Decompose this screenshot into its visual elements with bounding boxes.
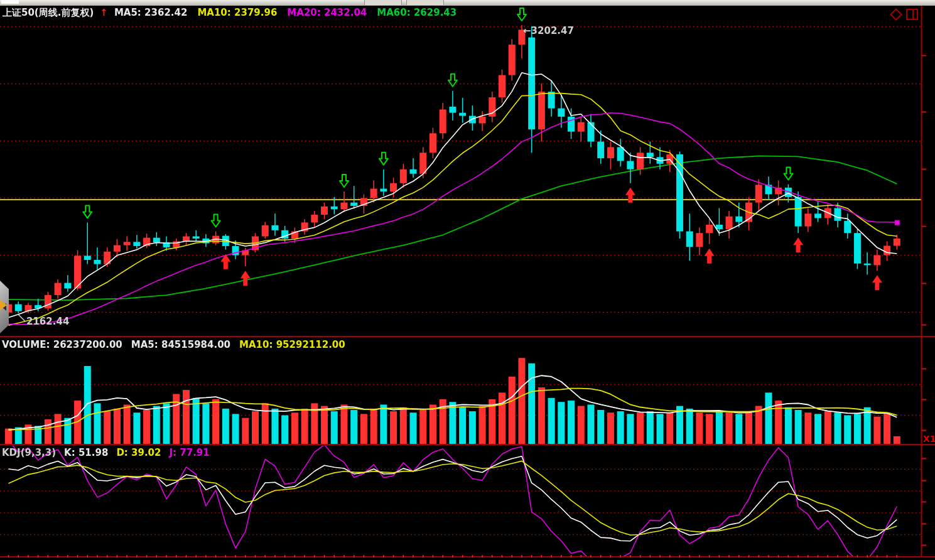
scale-badge: X1 (923, 434, 935, 444)
ma10-value: MA10: 2379.96 (197, 7, 277, 19)
toolbar-button[interactable] (364, 0, 402, 5)
low-price-annotation: 2162.44 (26, 316, 69, 327)
trend-up-arrow-icon: ↑ (100, 7, 108, 19)
trading-terminal-screen: 上证50(周线.前复权) ↑ MA5: 2362.42 MA10: 2379.9… (0, 0, 935, 560)
ma5-value: MA5: 2362.42 (114, 7, 188, 19)
kdj-k-value: K: 51.98 (64, 447, 108, 459)
price-legend: 上证50(周线.前复权) ↑ MA5: 2362.42 MA10: 2379.9… (3, 7, 457, 19)
split-window-icon[interactable] (906, 9, 918, 20)
volume-legend: VOLUME: 26237200.00 MA5: 84515984.00 MA1… (2, 339, 345, 351)
toolbar-remnant (0, 0, 935, 6)
left-arrow-icon: ← (523, 25, 531, 36)
kdj-j-value: J: 77.91 (170, 447, 210, 459)
corner-icons (892, 9, 918, 20)
orange-marker-icon (0, 300, 7, 310)
low-price-value: 2162.44 (26, 316, 69, 327)
high-price-annotation: ←3202.47 (523, 25, 574, 36)
ma20-value: MA20: 2432.04 (287, 7, 367, 19)
high-price-value: 3202.47 (531, 25, 574, 36)
volume-value: VOLUME: 26237200.00 (2, 339, 122, 351)
toolbar-chip (1, 0, 19, 4)
chart-canvas[interactable] (0, 0, 935, 560)
diamond-icon[interactable] (890, 8, 902, 21)
kdj-d-value: D: 39.02 (116, 447, 161, 459)
volume-ma10-value: MA10: 95292112.00 (239, 339, 345, 351)
volume-ma5-value: MA5: 84515984.00 (131, 339, 230, 351)
symbol-title: 上证50(周线.前复权) (3, 7, 94, 19)
kdj-title: KDJ(9,3,3) (2, 447, 56, 459)
kdj-legend: KDJ(9,3,3) K: 51.98 D: 39.02 J: 77.91 (2, 447, 210, 459)
ma60-value: MA60: 2629.43 (377, 7, 457, 19)
toolbar-button[interactable] (406, 0, 444, 5)
